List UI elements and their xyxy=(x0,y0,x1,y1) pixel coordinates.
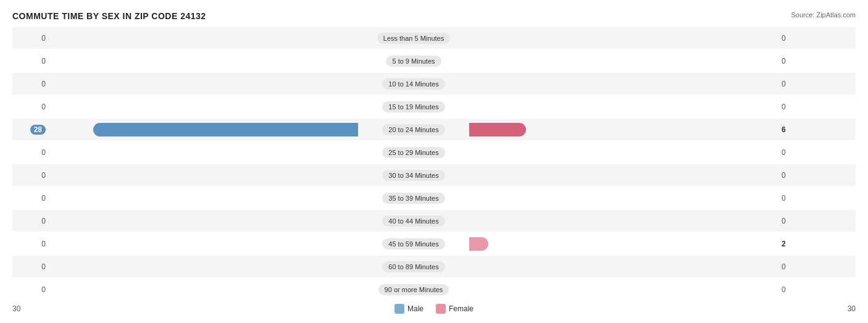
title-row: COMMUTE TIME BY SEX IN ZIP CODE 24132 So… xyxy=(12,11,856,21)
chart-row: 0 40 to 44 Minutes 0 xyxy=(12,210,856,232)
left-bar-container xyxy=(49,54,358,68)
right-bar-container xyxy=(469,260,778,274)
source-text: Source: ZipAtlas.com xyxy=(791,11,856,19)
right-value: 6 xyxy=(782,125,786,134)
left-value: 0 xyxy=(41,103,46,111)
label-box: 90 or more Minutes xyxy=(358,284,469,295)
label-pill: 30 to 34 Minutes xyxy=(382,170,444,181)
right-bar-container xyxy=(469,146,778,159)
left-bar-container xyxy=(49,214,358,228)
right-value: 0 xyxy=(782,57,786,65)
right-bar-container xyxy=(469,54,778,68)
chart-title: COMMUTE TIME BY SEX IN ZIP CODE 24132 xyxy=(12,11,206,21)
chart-row: 0 35 to 39 Minutes 0 xyxy=(12,187,856,209)
right-bar-container xyxy=(469,214,778,228)
left-value: 0 xyxy=(41,148,46,157)
left-value: 0 xyxy=(41,285,46,294)
right-bar-container xyxy=(469,123,778,136)
chart-row: 0 Less than 5 Minutes 0 xyxy=(12,27,856,49)
legend-female: Female xyxy=(436,304,474,314)
right-val-cell: 0 xyxy=(778,194,815,203)
left-val-cell: 0 xyxy=(12,240,49,248)
left-val-cell: 0 xyxy=(12,103,49,111)
left-bar-container xyxy=(49,31,358,45)
left-value: 0 xyxy=(41,34,46,43)
left-bar xyxy=(93,123,358,136)
right-value: 0 xyxy=(782,34,786,43)
chart-row: 0 15 to 19 Minutes 0 xyxy=(12,96,856,117)
label-box: 5 to 9 Minutes xyxy=(358,56,469,67)
right-bar-container xyxy=(469,191,778,205)
label-pill: 40 to 44 Minutes xyxy=(382,216,444,227)
right-bar xyxy=(469,237,488,251)
label-pill: 45 to 59 Minutes xyxy=(382,238,444,250)
left-val-cell: 28 xyxy=(12,125,49,134)
label-pill: 5 to 9 Minutes xyxy=(386,56,441,67)
right-value: 0 xyxy=(782,171,786,180)
label-pill: Less than 5 Minutes xyxy=(377,33,450,44)
right-bar xyxy=(469,123,526,136)
male-swatch xyxy=(394,304,404,314)
right-bar-container xyxy=(469,237,778,251)
chart-row: 0 60 to 89 Minutes 0 xyxy=(12,256,856,277)
left-value: 0 xyxy=(41,217,46,225)
label-pill: 20 to 24 Minutes xyxy=(382,124,444,135)
right-val-cell: 0 xyxy=(778,171,815,180)
left-val-cell: 0 xyxy=(12,194,49,203)
right-bar-container xyxy=(469,77,778,91)
left-value: 0 xyxy=(41,171,46,180)
right-bar-container xyxy=(469,283,778,296)
left-bar-container xyxy=(49,260,358,274)
right-val-cell: 0 xyxy=(778,262,815,271)
right-value: 0 xyxy=(782,285,786,294)
right-val-cell: 0 xyxy=(778,217,815,225)
label-box: 60 to 89 Minutes xyxy=(358,261,469,272)
right-val-cell: 0 xyxy=(778,103,815,111)
right-value: 2 xyxy=(782,240,786,248)
chart-row: 0 30 to 34 Minutes 0 xyxy=(12,164,856,186)
label-box: 35 to 39 Minutes xyxy=(358,193,469,204)
left-value: 0 xyxy=(41,57,46,65)
label-box: 10 to 14 Minutes xyxy=(358,78,469,90)
label-box: 30 to 34 Minutes xyxy=(358,170,469,181)
label-box: 45 to 59 Minutes xyxy=(358,238,469,250)
label-box: 20 to 24 Minutes xyxy=(358,124,469,135)
left-value: 0 xyxy=(41,80,46,88)
right-value: 0 xyxy=(782,217,786,225)
right-val-cell: 0 xyxy=(778,34,815,43)
label-pill: 60 to 89 Minutes xyxy=(382,261,444,272)
chart-row: 0 90 or more Minutes 0 xyxy=(12,279,856,300)
left-value: 0 xyxy=(41,240,46,248)
chart-row: 0 25 to 29 Minutes 0 xyxy=(12,141,856,163)
left-value: 0 xyxy=(41,262,46,271)
left-bar-container xyxy=(49,191,358,205)
label-box: Less than 5 Minutes xyxy=(358,33,469,44)
right-bar-container xyxy=(469,31,778,45)
right-value: 0 xyxy=(782,194,786,203)
label-pill: 35 to 39 Minutes xyxy=(382,193,444,204)
right-value: 0 xyxy=(782,148,786,157)
label-box: 40 to 44 Minutes xyxy=(358,216,469,227)
left-val-cell: 0 xyxy=(12,171,49,180)
left-val-cell: 0 xyxy=(12,80,49,88)
left-val-cell: 0 xyxy=(12,217,49,225)
legend-male: Male xyxy=(394,304,424,314)
left-bar-container xyxy=(49,100,358,114)
chart-row: 0 45 to 59 Minutes 2 xyxy=(12,233,856,254)
left-value: 0 xyxy=(41,194,46,203)
right-value: 0 xyxy=(782,262,786,271)
chart-row: 0 10 to 14 Minutes 0 xyxy=(12,73,856,94)
left-bar-container xyxy=(49,283,358,296)
chart-row: 28 20 to 24 Minutes 6 xyxy=(12,119,856,140)
female-label: Female xyxy=(449,304,474,313)
right-val-cell: 0 xyxy=(778,57,815,65)
legend: Male Female xyxy=(394,304,474,314)
left-bar-container xyxy=(49,237,358,251)
right-val-cell: 0 xyxy=(778,148,815,157)
label-pill: 15 to 19 Minutes xyxy=(382,101,444,112)
bottom-row: 30 Male Female 30 xyxy=(12,304,856,314)
label-box: 25 to 29 Minutes xyxy=(358,147,469,158)
chart-container: COMMUTE TIME BY SEX IN ZIP CODE 24132 So… xyxy=(0,0,868,323)
label-pill: 10 to 14 Minutes xyxy=(382,78,444,90)
right-val-cell: 6 xyxy=(778,125,815,134)
